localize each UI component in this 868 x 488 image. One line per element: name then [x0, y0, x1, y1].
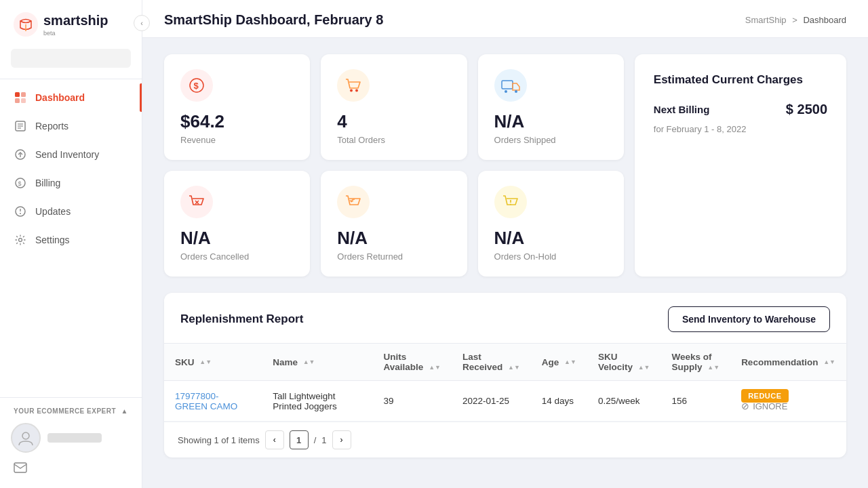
col-sku-velocity: SKUVelocity ▲▼	[587, 344, 661, 381]
orders-shipped-icon	[494, 69, 527, 102]
stats-grid: $ $64.2 Revenue 4 Total Orders N/A Order…	[164, 54, 846, 277]
col-age: Age ▲▼	[531, 344, 587, 381]
table-row: 17977800-GREEN CAMO Tall Lightweight Pri…	[164, 381, 846, 422]
weeks-sort-icon[interactable]: ▲▼	[707, 365, 719, 371]
svg-rect-3	[15, 98, 20, 103]
billing-icon: $	[14, 176, 27, 190]
pagination-current-page: 1	[290, 430, 309, 449]
sidebar-item-reports-label: Reports	[35, 121, 68, 131]
last-received-sort-icon[interactable]: ▲▼	[508, 365, 520, 371]
svg-point-15	[20, 213, 21, 214]
sidebar-item-dashboard-label: Dashboard	[35, 92, 85, 103]
name-sort-icon[interactable]: ▲▼	[303, 359, 315, 365]
mail-icon	[14, 462, 27, 473]
sidebar-item-settings[interactable]: Settings	[0, 226, 142, 254]
orders-returned-value: N/A	[337, 228, 450, 249]
logo-icon	[14, 12, 38, 37]
svg-point-21	[350, 89, 353, 92]
orders-cancelled-label: Orders Cancelled	[180, 251, 294, 262]
col-recommendation: Recommendation ▲▼	[730, 344, 846, 381]
svg-rect-4	[21, 98, 26, 103]
cell-sku-velocity: 0.25/week	[587, 381, 661, 422]
cell-age: 14 days	[531, 381, 587, 422]
orders-shipped-label: Orders Shipped	[494, 135, 608, 145]
send-inventory-to-warehouse-button[interactable]: Send Inventory to Warehouse	[668, 306, 830, 332]
stat-card-orders-returned: N/A Orders Returned	[321, 171, 467, 277]
ignore-button[interactable]: ⊘ IGNORE	[741, 401, 787, 411]
pagination-showing: Showing 1 of 1 items	[178, 435, 260, 445]
ignore-icon: ⊘	[741, 401, 749, 411]
units-sort-icon[interactable]: ▲▼	[429, 365, 441, 371]
page-header: SmartShip Dashboard, February 8 SmartShi…	[142, 0, 868, 38]
cell-name: Tall Lightweight Printed Joggers	[262, 381, 372, 422]
stat-card-orders-cancelled: N/A Orders Cancelled	[164, 171, 310, 277]
replenishment-table: SKU ▲▼ Name ▲▼ UnitsAvailable ▲▼ LastRec…	[164, 343, 846, 422]
orders-onhold-label: Orders On-Hold	[494, 251, 608, 262]
sidebar-item-reports[interactable]: Reports	[0, 112, 142, 140]
velocity-sort-icon[interactable]: ▲▼	[638, 365, 650, 371]
breadcrumb: SmartShip > Dashboard	[745, 15, 846, 25]
sidebar-item-send-inventory[interactable]: Send Inventory	[0, 140, 142, 169]
cell-last-received: 2022-01-25	[452, 381, 531, 422]
revenue-icon: $	[180, 69, 213, 102]
age-sort-icon[interactable]: ▲▼	[564, 359, 576, 365]
svg-point-25	[515, 90, 517, 93]
dashboard-icon	[14, 91, 27, 104]
col-sku: SKU ▲▼	[164, 344, 262, 381]
svg-rect-2	[21, 92, 26, 97]
sidebar: ‹ smartship beta Dashboard Reports	[0, 0, 142, 488]
logo-area: smartship beta	[0, 0, 142, 46]
sidebar-item-billing[interactable]: $ Billing	[0, 169, 142, 197]
reports-icon	[14, 119, 27, 133]
expert-row	[0, 419, 142, 457]
total-orders-icon	[337, 69, 370, 102]
sidebar-item-dashboard[interactable]: Dashboard	[0, 83, 142, 112]
sidebar-bottom: YOUR ECOMMERCE EXPERT ▲	[0, 393, 142, 488]
orders-onhold-icon	[494, 186, 527, 218]
svg-text:$: $	[18, 180, 22, 187]
sidebar-item-updates-label: Updates	[35, 206, 71, 217]
svg-text:$: $	[194, 81, 199, 91]
svg-point-22	[355, 89, 358, 92]
replenishment-table-wrap: SKU ▲▼ Name ▲▼ UnitsAvailable ▲▼ LastRec…	[164, 343, 846, 422]
sidebar-item-send-inventory-label: Send Inventory	[35, 149, 99, 160]
cell-recommendation: REDUCE ⊘ IGNORE	[730, 381, 846, 422]
sidebar-item-settings-label: Settings	[35, 235, 70, 245]
expert-chevron-icon: ▲	[121, 407, 128, 415]
cell-sku: 17977800-GREEN CAMO	[164, 381, 262, 422]
orders-returned-icon	[337, 186, 370, 218]
pagination-next-button[interactable]: ›	[332, 430, 351, 449]
col-name: Name ▲▼	[262, 344, 372, 381]
svg-rect-1	[15, 92, 20, 97]
svg-point-29	[510, 204, 511, 205]
send-inventory-icon	[14, 148, 27, 161]
sku-sort-icon[interactable]: ▲▼	[199, 359, 212, 365]
breadcrumb-root: SmartShip	[745, 15, 787, 25]
user-avatar-placeholder	[11, 49, 131, 68]
stat-card-orders-shipped: N/A Orders Shipped	[478, 54, 624, 160]
replenishment-title: Replenishment Report	[180, 312, 303, 326]
billing-next-label: Next Billing	[654, 104, 710, 115]
stat-card-orders-onhold: N/A Orders On-Hold	[478, 171, 624, 277]
cell-weeks-supply: 156	[661, 381, 731, 422]
rec-sort-icon[interactable]: ▲▼	[823, 359, 835, 365]
sku-link[interactable]: 17977800-GREEN CAMO	[175, 391, 237, 411]
expert-name	[47, 433, 102, 443]
orders-shipped-value: N/A	[494, 111, 608, 132]
billing-title: Estimated Current Charges	[654, 73, 827, 87]
svg-rect-18	[14, 463, 26, 472]
orders-onhold-value: N/A	[494, 228, 608, 249]
billing-amount: $ 2500	[786, 102, 827, 117]
pagination-prev-button[interactable]: ‹	[265, 430, 284, 449]
orders-cancelled-icon	[180, 186, 213, 218]
sidebar-divider-top	[0, 79, 142, 79]
orders-returned-label: Orders Returned	[337, 251, 450, 262]
svg-point-24	[505, 90, 507, 93]
sidebar-item-updates[interactable]: Updates	[0, 197, 142, 226]
sidebar-collapse-button[interactable]: ‹	[134, 15, 150, 31]
stat-card-total-orders: 4 Total Orders	[321, 54, 467, 160]
mail-icon-area[interactable]	[0, 457, 142, 481]
billing-card: Estimated Current Charges Next Billing $…	[635, 54, 846, 277]
breadcrumb-current: Dashboard	[803, 15, 846, 25]
stat-card-revenue: $ $64.2 Revenue	[164, 54, 310, 160]
